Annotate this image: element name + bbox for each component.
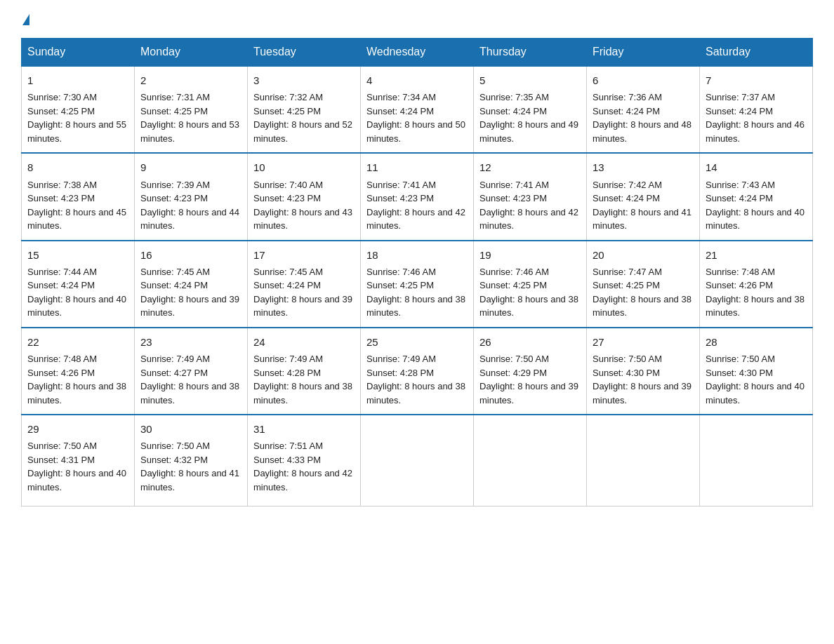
day-number: 5	[479, 72, 581, 88]
calendar-week-3: 15 Sunrise: 7:44 AM Sunset: 4:24 PM Dayl…	[22, 241, 813, 328]
calendar-day-empty	[361, 415, 474, 506]
day-info: Sunrise: 7:41 AM Sunset: 4:23 PM Dayligh…	[366, 178, 468, 233]
day-number: 11	[366, 159, 468, 175]
day-number: 20	[593, 247, 694, 263]
day-number: 15	[27, 247, 128, 263]
calendar-header-row: SundayMondayTuesdayWednesdayThursdayFrid…	[22, 39, 813, 67]
day-number: 31	[253, 421, 355, 437]
day-info: Sunrise: 7:49 AM Sunset: 4:28 PM Dayligh…	[366, 352, 468, 407]
calendar-day-7: 7 Sunrise: 7:37 AM Sunset: 4:24 PM Dayli…	[700, 66, 813, 153]
day-number: 14	[706, 159, 807, 175]
calendar-day-11: 11 Sunrise: 7:41 AM Sunset: 4:23 PM Dayl…	[361, 153, 474, 240]
day-info: Sunrise: 7:48 AM Sunset: 4:26 PM Dayligh…	[27, 352, 128, 407]
calendar-day-empty	[587, 415, 700, 506]
calendar-table: SundayMondayTuesdayWednesdayThursdayFrid…	[21, 38, 813, 507]
column-header-monday: Monday	[135, 39, 248, 67]
column-header-thursday: Thursday	[474, 39, 587, 67]
column-header-sunday: Sunday	[22, 39, 135, 67]
calendar-day-28: 28 Sunrise: 7:50 AM Sunset: 4:30 PM Dayl…	[700, 328, 813, 415]
day-info: Sunrise: 7:45 AM Sunset: 4:24 PM Dayligh…	[253, 265, 355, 320]
day-info: Sunrise: 7:46 AM Sunset: 4:25 PM Dayligh…	[479, 265, 581, 320]
day-number: 4	[366, 72, 468, 88]
calendar-week-2: 8 Sunrise: 7:38 AM Sunset: 4:23 PM Dayli…	[22, 153, 813, 240]
calendar-week-1: 1 Sunrise: 7:30 AM Sunset: 4:25 PM Dayli…	[22, 66, 813, 153]
day-number: 1	[27, 72, 128, 88]
day-info: Sunrise: 7:51 AM Sunset: 4:33 PM Dayligh…	[253, 439, 355, 494]
calendar-day-22: 22 Sunrise: 7:48 AM Sunset: 4:26 PM Dayl…	[22, 328, 135, 415]
calendar-day-19: 19 Sunrise: 7:46 AM Sunset: 4:25 PM Dayl…	[474, 241, 587, 328]
day-number: 26	[479, 334, 581, 350]
calendar-day-empty	[700, 415, 813, 506]
calendar-day-18: 18 Sunrise: 7:46 AM Sunset: 4:25 PM Dayl…	[361, 241, 474, 328]
day-info: Sunrise: 7:40 AM Sunset: 4:23 PM Dayligh…	[253, 178, 355, 233]
calendar-day-16: 16 Sunrise: 7:45 AM Sunset: 4:24 PM Dayl…	[135, 241, 248, 328]
calendar-day-30: 30 Sunrise: 7:50 AM Sunset: 4:32 PM Dayl…	[135, 415, 248, 506]
day-info: Sunrise: 7:50 AM Sunset: 4:30 PM Dayligh…	[706, 352, 807, 407]
calendar-day-9: 9 Sunrise: 7:39 AM Sunset: 4:23 PM Dayli…	[135, 153, 248, 240]
column-header-tuesday: Tuesday	[248, 39, 361, 67]
day-number: 25	[366, 334, 468, 350]
day-info: Sunrise: 7:37 AM Sunset: 4:24 PM Dayligh…	[706, 90, 807, 145]
calendar-day-13: 13 Sunrise: 7:42 AM Sunset: 4:24 PM Dayl…	[587, 153, 700, 240]
day-info: Sunrise: 7:46 AM Sunset: 4:25 PM Dayligh…	[366, 265, 468, 320]
calendar-day-15: 15 Sunrise: 7:44 AM Sunset: 4:24 PM Dayl…	[22, 241, 135, 328]
day-number: 16	[140, 247, 241, 263]
day-number: 19	[479, 247, 581, 263]
calendar-day-1: 1 Sunrise: 7:30 AM Sunset: 4:25 PM Dayli…	[22, 66, 135, 153]
day-info: Sunrise: 7:31 AM Sunset: 4:25 PM Dayligh…	[140, 90, 241, 145]
day-info: Sunrise: 7:50 AM Sunset: 4:31 PM Dayligh…	[27, 439, 128, 494]
logo-triangle-icon	[22, 14, 29, 25]
day-info: Sunrise: 7:32 AM Sunset: 4:25 PM Dayligh…	[253, 90, 355, 145]
day-number: 30	[140, 421, 241, 437]
day-info: Sunrise: 7:39 AM Sunset: 4:23 PM Dayligh…	[140, 178, 241, 233]
day-number: 2	[140, 72, 241, 88]
calendar-day-6: 6 Sunrise: 7:36 AM Sunset: 4:24 PM Dayli…	[587, 66, 700, 153]
calendar-day-2: 2 Sunrise: 7:31 AM Sunset: 4:25 PM Dayli…	[135, 66, 248, 153]
day-info: Sunrise: 7:44 AM Sunset: 4:24 PM Dayligh…	[27, 265, 128, 320]
day-number: 13	[593, 159, 694, 175]
calendar-day-12: 12 Sunrise: 7:41 AM Sunset: 4:23 PM Dayl…	[474, 153, 587, 240]
day-info: Sunrise: 7:48 AM Sunset: 4:26 PM Dayligh…	[706, 265, 807, 320]
day-number: 27	[593, 334, 694, 350]
day-info: Sunrise: 7:50 AM Sunset: 4:30 PM Dayligh…	[593, 352, 694, 407]
calendar-day-empty	[474, 415, 587, 506]
day-number: 6	[593, 72, 694, 88]
calendar-day-17: 17 Sunrise: 7:45 AM Sunset: 4:24 PM Dayl…	[248, 241, 361, 328]
calendar-day-24: 24 Sunrise: 7:49 AM Sunset: 4:28 PM Dayl…	[248, 328, 361, 415]
day-number: 21	[706, 247, 807, 263]
day-number: 10	[253, 159, 355, 175]
calendar-day-31: 31 Sunrise: 7:51 AM Sunset: 4:33 PM Dayl…	[248, 415, 361, 506]
day-info: Sunrise: 7:35 AM Sunset: 4:24 PM Dayligh…	[479, 90, 581, 145]
day-number: 23	[140, 334, 241, 350]
day-number: 17	[253, 247, 355, 263]
calendar-day-29: 29 Sunrise: 7:50 AM Sunset: 4:31 PM Dayl…	[22, 415, 135, 506]
calendar-day-14: 14 Sunrise: 7:43 AM Sunset: 4:24 PM Dayl…	[700, 153, 813, 240]
calendar-day-27: 27 Sunrise: 7:50 AM Sunset: 4:30 PM Dayl…	[587, 328, 700, 415]
day-info: Sunrise: 7:36 AM Sunset: 4:24 PM Dayligh…	[593, 90, 694, 145]
calendar-day-10: 10 Sunrise: 7:40 AM Sunset: 4:23 PM Dayl…	[248, 153, 361, 240]
calendar-day-5: 5 Sunrise: 7:35 AM Sunset: 4:24 PM Dayli…	[474, 66, 587, 153]
calendar-week-5: 29 Sunrise: 7:50 AM Sunset: 4:31 PM Dayl…	[22, 415, 813, 506]
day-number: 24	[253, 334, 355, 350]
logo	[21, 14, 29, 25]
day-number: 28	[706, 334, 807, 350]
day-info: Sunrise: 7:50 AM Sunset: 4:32 PM Dayligh…	[140, 439, 241, 494]
day-info: Sunrise: 7:49 AM Sunset: 4:27 PM Dayligh…	[140, 352, 241, 407]
day-info: Sunrise: 7:41 AM Sunset: 4:23 PM Dayligh…	[479, 178, 581, 233]
day-info: Sunrise: 7:50 AM Sunset: 4:29 PM Dayligh…	[479, 352, 581, 407]
page-header	[21, 14, 813, 25]
day-number: 29	[27, 421, 128, 437]
calendar-day-26: 26 Sunrise: 7:50 AM Sunset: 4:29 PM Dayl…	[474, 328, 587, 415]
column-header-wednesday: Wednesday	[361, 39, 474, 67]
calendar-day-3: 3 Sunrise: 7:32 AM Sunset: 4:25 PM Dayli…	[248, 66, 361, 153]
day-info: Sunrise: 7:49 AM Sunset: 4:28 PM Dayligh…	[253, 352, 355, 407]
day-info: Sunrise: 7:43 AM Sunset: 4:24 PM Dayligh…	[706, 178, 807, 233]
day-info: Sunrise: 7:47 AM Sunset: 4:25 PM Dayligh…	[593, 265, 694, 320]
column-header-friday: Friday	[587, 39, 700, 67]
day-number: 3	[253, 72, 355, 88]
day-info: Sunrise: 7:45 AM Sunset: 4:24 PM Dayligh…	[140, 265, 241, 320]
day-info: Sunrise: 7:42 AM Sunset: 4:24 PM Dayligh…	[593, 178, 694, 233]
calendar-day-23: 23 Sunrise: 7:49 AM Sunset: 4:27 PM Dayl…	[135, 328, 248, 415]
day-info: Sunrise: 7:34 AM Sunset: 4:24 PM Dayligh…	[366, 90, 468, 145]
calendar-day-4: 4 Sunrise: 7:34 AM Sunset: 4:24 PM Dayli…	[361, 66, 474, 153]
